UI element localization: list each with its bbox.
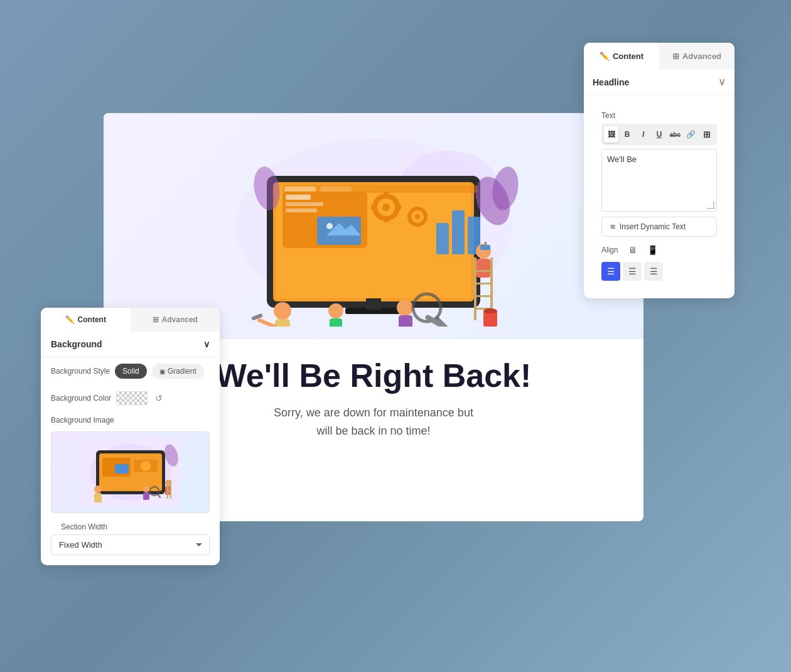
chevron-down-icon: ∨ bbox=[718, 76, 726, 88]
svg-point-55 bbox=[483, 308, 497, 313]
right-panel: ✏️ Content ⊞ Advanced Headline ∨ Text 🖼 … bbox=[584, 43, 734, 298]
svg-rect-44 bbox=[485, 242, 487, 248]
mobile-align-btn[interactable]: 📱 bbox=[645, 242, 661, 258]
svg-rect-8 bbox=[286, 202, 323, 206]
svg-point-31 bbox=[274, 302, 291, 320]
left-panel: ✏️ Content ⊞ Advanced Background ∨ Backg… bbox=[41, 308, 220, 565]
background-section-title: Background bbox=[51, 339, 102, 349]
canvas-illustration bbox=[104, 113, 643, 339]
grid-button[interactable]: ⊞ bbox=[700, 126, 714, 143]
strikethrough-button[interactable]: abc bbox=[668, 126, 682, 143]
left-advanced-tab-label: Advanced bbox=[162, 315, 198, 324]
svg-rect-40 bbox=[474, 283, 493, 285]
svg-point-22 bbox=[415, 214, 420, 219]
bg-image-label: Background Image bbox=[51, 416, 114, 425]
align-row: Align 🖥 📱 bbox=[601, 242, 717, 258]
svg-point-12 bbox=[326, 223, 333, 229]
tab-advanced-left[interactable]: ⊞ Advanced bbox=[131, 308, 220, 332]
text-field-label: Text bbox=[593, 111, 726, 120]
insert-dynamic-text-button[interactable]: ≋ Insert Dynamic Text bbox=[601, 217, 717, 237]
content-tab-label: Content bbox=[613, 51, 643, 61]
svg-rect-7 bbox=[286, 195, 311, 200]
svg-point-64 bbox=[141, 461, 151, 471]
subtitle-line1: Sorry, we are down for maintenance but bbox=[274, 406, 473, 419]
svg-rect-18 bbox=[371, 205, 376, 210]
gradient-style-btn[interactable]: ▣ Gradient bbox=[152, 364, 204, 379]
svg-rect-70 bbox=[170, 480, 171, 499]
background-style-row: Background Style Solid ▣ Gradient bbox=[41, 357, 220, 385]
canvas-headline: We'll Be Right Back! bbox=[216, 358, 532, 394]
svg-rect-50 bbox=[330, 318, 342, 327]
canvas-subtitle: Sorry, we are down for maintenance but w… bbox=[216, 404, 532, 440]
svg-rect-25 bbox=[320, 187, 352, 192]
right-panel-body: Text 🖼 B I U abc 🔗 ⊞ We'll Be ≋ Insert D… bbox=[584, 95, 734, 298]
bold-button[interactable]: B bbox=[620, 126, 634, 143]
align-center-btn[interactable]: ☰ bbox=[623, 262, 642, 281]
pencil-icon: ✏️ bbox=[600, 51, 610, 61]
bg-color-label: Background Color bbox=[51, 394, 111, 403]
left-panel-tabs: ✏️ Content ⊞ Advanced bbox=[41, 308, 220, 332]
svg-rect-36 bbox=[476, 259, 490, 278]
svg-rect-17 bbox=[384, 217, 389, 222]
svg-point-65 bbox=[94, 485, 102, 493]
background-color-row: Background Color ↺ bbox=[41, 385, 220, 411]
tab-content-right[interactable]: ✏️ Content bbox=[584, 43, 659, 70]
headline-section-title: Headline bbox=[593, 77, 629, 87]
preview-illustration bbox=[80, 438, 181, 507]
svg-point-45 bbox=[397, 300, 413, 316]
dynamic-text-icon: ≋ bbox=[610, 222, 616, 231]
svg-rect-74 bbox=[143, 492, 149, 500]
section-width-label: Section Width bbox=[51, 518, 117, 534]
svg-rect-27 bbox=[452, 210, 465, 254]
align-label: Align bbox=[601, 246, 618, 254]
background-section-header[interactable]: Background ∨ bbox=[41, 332, 220, 357]
svg-line-33 bbox=[259, 320, 275, 327]
svg-point-73 bbox=[143, 486, 149, 492]
italic-button[interactable]: I bbox=[636, 126, 650, 143]
svg-rect-9 bbox=[286, 209, 317, 212]
bg-style-label: Background Style bbox=[51, 367, 110, 376]
text-editor[interactable]: We'll Be bbox=[601, 149, 717, 212]
svg-rect-62 bbox=[115, 464, 129, 474]
bg-image-label-row: Background Image bbox=[41, 411, 220, 429]
align-left-btn[interactable]: ☰ bbox=[601, 262, 620, 281]
solid-style-btn[interactable]: Solid bbox=[115, 364, 147, 379]
illustration-svg bbox=[210, 126, 537, 327]
underline-button[interactable]: U bbox=[652, 126, 666, 143]
subtitle-line2: will be back in no time! bbox=[316, 425, 430, 437]
svg-rect-39 bbox=[474, 270, 493, 272]
headline-section-header[interactable]: Headline ∨ bbox=[584, 70, 734, 95]
section-width-label-row: Section Width bbox=[41, 516, 220, 534]
link-button[interactable]: 🔗 bbox=[684, 126, 698, 143]
media-button[interactable]: 🖼 bbox=[604, 126, 618, 143]
grid-icon-left: ⊞ bbox=[153, 315, 159, 324]
section-width-select[interactable]: Fixed Width Full Width Boxed bbox=[51, 534, 210, 555]
svg-rect-16 bbox=[384, 192, 389, 197]
svg-rect-19 bbox=[396, 205, 401, 210]
desktop-align-btn[interactable]: 🖥 bbox=[625, 242, 641, 258]
svg-rect-66 bbox=[94, 493, 102, 502]
svg-rect-72 bbox=[167, 490, 171, 492]
svg-rect-30 bbox=[366, 298, 381, 310]
gradient-icon: ▣ bbox=[159, 368, 165, 375]
svg-rect-26 bbox=[436, 223, 449, 254]
align-right-btn[interactable]: ☰ bbox=[644, 262, 663, 281]
svg-rect-46 bbox=[399, 315, 412, 327]
align-buttons-row: ☰ ☰ ☰ bbox=[601, 262, 717, 281]
advanced-tab-label: Advanced bbox=[682, 51, 721, 61]
color-reset-btn[interactable]: ↺ bbox=[153, 392, 165, 404]
pencil-icon-left: ✏️ bbox=[65, 315, 75, 324]
grid-icon-right: ⊞ bbox=[672, 51, 679, 61]
svg-rect-69 bbox=[167, 480, 168, 499]
color-swatch[interactable] bbox=[116, 391, 148, 405]
svg-point-15 bbox=[382, 203, 390, 211]
tab-content-left[interactable]: ✏️ Content bbox=[41, 308, 131, 332]
bg-image-preview[interactable] bbox=[51, 431, 210, 513]
svg-rect-32 bbox=[275, 319, 290, 327]
svg-point-49 bbox=[328, 303, 343, 318]
tab-advanced-right[interactable]: ⊞ Advanced bbox=[659, 43, 734, 70]
svg-rect-71 bbox=[167, 485, 171, 487]
solid-label: Solid bbox=[122, 367, 139, 376]
insert-dynamic-text-label: Insert Dynamic Text bbox=[620, 222, 686, 231]
right-panel-tabs: ✏️ Content ⊞ Advanced bbox=[584, 43, 734, 70]
